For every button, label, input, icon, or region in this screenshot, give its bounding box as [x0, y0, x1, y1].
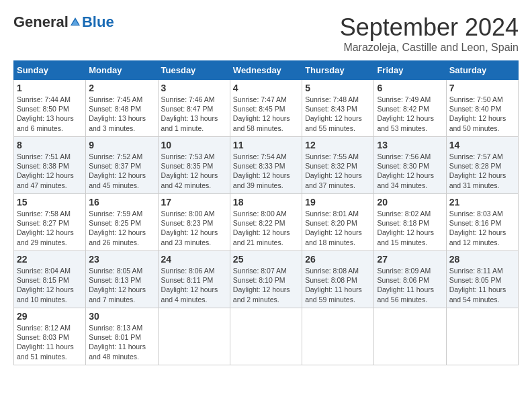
day-number: 30	[89, 311, 154, 322]
day-of-week-header: Monday	[86, 61, 158, 80]
day-info: Sunrise: 8:05 AM Sunset: 8:13 PM Dayligh…	[89, 266, 154, 304]
calendar-day-cell: 1Sunrise: 7:44 AM Sunset: 8:50 PM Daylig…	[14, 80, 86, 137]
day-number: 11	[233, 140, 299, 150]
day-number: 25	[233, 254, 299, 265]
day-number: 4	[233, 83, 299, 93]
day-info: Sunrise: 8:04 AM Sunset: 8:15 PM Dayligh…	[17, 266, 83, 304]
calendar-week-row: 8Sunrise: 7:51 AM Sunset: 8:38 PM Daylig…	[14, 137, 519, 194]
calendar-day-cell: 18Sunrise: 8:00 AM Sunset: 8:22 PM Dayli…	[230, 194, 302, 251]
day-info: Sunrise: 8:11 AM Sunset: 8:05 PM Dayligh…	[449, 266, 515, 304]
day-info: Sunrise: 8:09 AM Sunset: 8:06 PM Dayligh…	[377, 266, 443, 304]
day-number: 21	[449, 197, 515, 208]
day-info: Sunrise: 8:00 AM Sunset: 8:23 PM Dayligh…	[161, 209, 227, 247]
calendar-week-row: 29Sunrise: 8:12 AM Sunset: 8:03 PM Dayli…	[14, 308, 519, 365]
calendar-week-row: 15Sunrise: 7:58 AM Sunset: 8:27 PM Dayli…	[14, 194, 519, 251]
logo: General Blue	[13, 13, 114, 31]
day-info: Sunrise: 7:57 AM Sunset: 8:28 PM Dayligh…	[449, 152, 515, 190]
day-number: 27	[377, 254, 443, 265]
day-info: Sunrise: 8:08 AM Sunset: 8:08 PM Dayligh…	[305, 266, 371, 304]
day-number: 19	[305, 197, 371, 208]
day-info: Sunrise: 8:12 AM Sunset: 8:03 PM Dayligh…	[17, 323, 83, 361]
calendar-table: SundayMondayTuesdayWednesdayThursdayFrid…	[13, 60, 519, 365]
day-number: 17	[161, 197, 227, 208]
calendar-day-cell: 17Sunrise: 8:00 AM Sunset: 8:23 PM Dayli…	[158, 194, 230, 251]
calendar-day-cell: 16Sunrise: 7:59 AM Sunset: 8:25 PM Dayli…	[86, 194, 158, 251]
day-number: 14	[449, 140, 515, 150]
day-info: Sunrise: 7:51 AM Sunset: 8:38 PM Dayligh…	[17, 152, 83, 190]
logo-blue: Blue	[82, 13, 114, 31]
calendar-day-cell	[302, 308, 374, 365]
title-area: September 2024 Marazoleja, Castille and …	[340, 13, 519, 54]
day-info: Sunrise: 7:48 AM Sunset: 8:43 PM Dayligh…	[305, 95, 371, 133]
logo-general: General	[13, 13, 69, 31]
calendar-day-cell: 21Sunrise: 8:03 AM Sunset: 8:16 PM Dayli…	[446, 194, 518, 251]
day-of-week-header: Wednesday	[230, 61, 302, 80]
logo-icon	[69, 16, 81, 28]
day-info: Sunrise: 7:50 AM Sunset: 8:40 PM Dayligh…	[449, 95, 515, 133]
calendar-day-cell: 2Sunrise: 7:45 AM Sunset: 8:48 PM Daylig…	[86, 80, 158, 137]
calendar-day-cell: 6Sunrise: 7:49 AM Sunset: 8:42 PM Daylig…	[374, 80, 446, 137]
calendar-week-row: 1Sunrise: 7:44 AM Sunset: 8:50 PM Daylig…	[14, 80, 519, 137]
day-of-week-header: Saturday	[446, 61, 518, 80]
day-number: 7	[449, 83, 515, 93]
day-info: Sunrise: 7:55 AM Sunset: 8:32 PM Dayligh…	[305, 152, 371, 190]
calendar-day-cell: 20Sunrise: 8:02 AM Sunset: 8:18 PM Dayli…	[374, 194, 446, 251]
day-number: 16	[89, 197, 154, 208]
day-number: 10	[161, 140, 227, 150]
day-number: 20	[377, 197, 443, 208]
calendar-day-cell: 7Sunrise: 7:50 AM Sunset: 8:40 PM Daylig…	[446, 80, 518, 137]
day-info: Sunrise: 8:00 AM Sunset: 8:22 PM Dayligh…	[233, 209, 299, 247]
day-of-week-header: Thursday	[302, 61, 374, 80]
day-info: Sunrise: 7:53 AM Sunset: 8:35 PM Dayligh…	[161, 152, 227, 190]
page-header: General Blue September 2024 Marazoleja, …	[13, 13, 519, 54]
day-of-week-header: Sunday	[14, 61, 86, 80]
calendar-day-cell: 8Sunrise: 7:51 AM Sunset: 8:38 PM Daylig…	[14, 137, 86, 194]
calendar-day-cell: 9Sunrise: 7:52 AM Sunset: 8:37 PM Daylig…	[86, 137, 158, 194]
day-info: Sunrise: 7:46 AM Sunset: 8:47 PM Dayligh…	[161, 95, 227, 133]
day-number: 26	[305, 254, 371, 265]
day-number: 3	[161, 83, 227, 93]
calendar-day-cell: 30Sunrise: 8:13 AM Sunset: 8:01 PM Dayli…	[86, 308, 158, 365]
day-info: Sunrise: 8:06 AM Sunset: 8:11 PM Dayligh…	[161, 266, 227, 304]
day-number: 9	[89, 140, 154, 150]
calendar-day-cell	[374, 308, 446, 365]
calendar-day-cell: 5Sunrise: 7:48 AM Sunset: 8:43 PM Daylig…	[302, 80, 374, 137]
day-info: Sunrise: 7:45 AM Sunset: 8:48 PM Dayligh…	[89, 95, 154, 133]
calendar-day-cell: 24Sunrise: 8:06 AM Sunset: 8:11 PM Dayli…	[158, 251, 230, 308]
calendar-day-cell: 26Sunrise: 8:08 AM Sunset: 8:08 PM Dayli…	[302, 251, 374, 308]
day-info: Sunrise: 8:01 AM Sunset: 8:20 PM Dayligh…	[305, 209, 371, 247]
calendar-week-row: 22Sunrise: 8:04 AM Sunset: 8:15 PM Dayli…	[14, 251, 519, 308]
day-of-week-header: Tuesday	[158, 61, 230, 80]
day-number: 28	[449, 254, 515, 265]
calendar-day-cell: 23Sunrise: 8:05 AM Sunset: 8:13 PM Dayli…	[86, 251, 158, 308]
calendar-day-cell: 13Sunrise: 7:56 AM Sunset: 8:30 PM Dayli…	[374, 137, 446, 194]
day-info: Sunrise: 8:02 AM Sunset: 8:18 PM Dayligh…	[377, 209, 443, 247]
day-number: 23	[89, 254, 154, 265]
calendar-day-cell: 3Sunrise: 7:46 AM Sunset: 8:47 PM Daylig…	[158, 80, 230, 137]
day-info: Sunrise: 7:58 AM Sunset: 8:27 PM Dayligh…	[17, 209, 83, 247]
day-of-week-header: Friday	[374, 61, 446, 80]
day-number: 22	[17, 254, 83, 265]
day-number: 2	[89, 83, 154, 93]
calendar-day-cell: 22Sunrise: 8:04 AM Sunset: 8:15 PM Dayli…	[14, 251, 86, 308]
day-number: 1	[17, 83, 83, 93]
day-info: Sunrise: 7:47 AM Sunset: 8:45 PM Dayligh…	[233, 95, 299, 133]
day-number: 5	[305, 83, 371, 93]
calendar-body: 1Sunrise: 7:44 AM Sunset: 8:50 PM Daylig…	[14, 80, 519, 365]
day-number: 18	[233, 197, 299, 208]
location-subtitle: Marazoleja, Castille and Leon, Spain	[340, 42, 519, 54]
calendar-day-cell: 4Sunrise: 7:47 AM Sunset: 8:45 PM Daylig…	[230, 80, 302, 137]
calendar-day-cell	[230, 308, 302, 365]
day-info: Sunrise: 7:44 AM Sunset: 8:50 PM Dayligh…	[17, 95, 83, 133]
day-number: 24	[161, 254, 227, 265]
day-info: Sunrise: 8:07 AM Sunset: 8:10 PM Dayligh…	[233, 266, 299, 304]
calendar-day-cell: 28Sunrise: 8:11 AM Sunset: 8:05 PM Dayli…	[446, 251, 518, 308]
calendar-day-cell: 15Sunrise: 7:58 AM Sunset: 8:27 PM Dayli…	[14, 194, 86, 251]
calendar-day-cell: 14Sunrise: 7:57 AM Sunset: 8:28 PM Dayli…	[446, 137, 518, 194]
day-info: Sunrise: 7:59 AM Sunset: 8:25 PM Dayligh…	[89, 209, 154, 247]
calendar-day-cell: 19Sunrise: 8:01 AM Sunset: 8:20 PM Dayli…	[302, 194, 374, 251]
calendar-day-cell	[446, 308, 518, 365]
day-number: 12	[305, 140, 371, 150]
calendar-day-cell: 10Sunrise: 7:53 AM Sunset: 8:35 PM Dayli…	[158, 137, 230, 194]
month-title: September 2024	[340, 13, 519, 42]
